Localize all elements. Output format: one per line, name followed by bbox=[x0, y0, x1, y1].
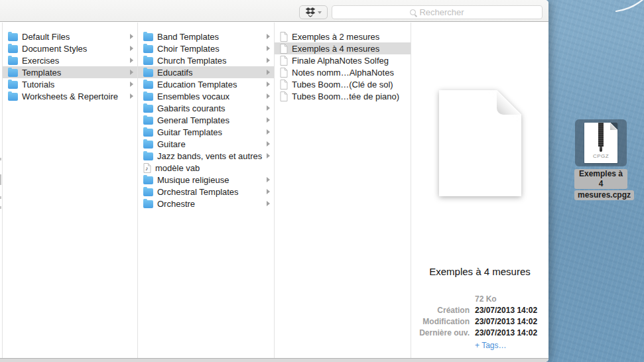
document-icon bbox=[280, 32, 288, 42]
list-item[interactable]: Education Templates bbox=[138, 78, 274, 90]
window-bottom-edge bbox=[0, 358, 548, 362]
chevron-right-icon bbox=[267, 129, 270, 135]
chevron-right-icon bbox=[130, 46, 133, 51]
item-label: Educatifs bbox=[157, 68, 263, 78]
document-icon bbox=[280, 44, 288, 54]
folder-icon bbox=[143, 141, 153, 149]
item-label: Choir Templates bbox=[157, 44, 263, 54]
folder-icon bbox=[143, 176, 153, 184]
list-item[interactable]: Guitar Templates bbox=[138, 126, 274, 138]
chevron-right-icon bbox=[267, 70, 270, 75]
item-label: Guitare bbox=[157, 139, 263, 149]
desktop-icon-cpgz[interactable]: CPGZ Exemples à 4 mesures.cpgz bbox=[574, 119, 627, 200]
chevron-right-icon bbox=[267, 58, 270, 63]
chevron-right-icon bbox=[267, 201, 270, 206]
list-item[interactable]: Tubes Boom…tée de piano) bbox=[275, 90, 411, 102]
dropbox-button[interactable] bbox=[299, 5, 328, 19]
list-item[interactable]: Exercises bbox=[3, 54, 137, 66]
list-item[interactable]: Jazz bands, vents et autres bbox=[138, 150, 274, 162]
list-item-selected[interactable]: Templates bbox=[3, 66, 137, 78]
file-info: 72 Ko Création23/07/2013 14:02 Modificat… bbox=[411, 294, 548, 351]
column-3: Exemples à 2 mesures Exemples à 4 mesure… bbox=[275, 23, 411, 358]
info-label: Dernière ouv. bbox=[411, 328, 470, 339]
page-fold bbox=[497, 90, 521, 115]
document-icon bbox=[280, 56, 288, 66]
item-label: modèle vab bbox=[155, 163, 270, 173]
item-label: Guitar Templates bbox=[157, 127, 263, 137]
item-label: Ensembles vocaux bbox=[157, 91, 263, 101]
icon-label-line: Exemples à 4 bbox=[574, 169, 627, 189]
list-item[interactable]: Exemples à 2 mesures bbox=[275, 30, 411, 42]
list-item[interactable]: Church Templates bbox=[138, 54, 274, 66]
search-input[interactable]: Rechercher bbox=[332, 5, 543, 19]
chevron-right-icon bbox=[130, 82, 133, 87]
folder-icon bbox=[143, 45, 153, 53]
item-label: Finale AlphaNotes Solfeg bbox=[292, 56, 407, 66]
list-item[interactable]: Musique religieuse bbox=[138, 174, 274, 186]
icon-label-line: mesures.cpgz bbox=[574, 190, 634, 200]
chevron-right-icon bbox=[267, 34, 270, 39]
file-size: 72 Ko bbox=[475, 294, 497, 305]
file-type-badge: CPGZ bbox=[584, 153, 617, 159]
list-item[interactable]: Default Files bbox=[3, 30, 137, 42]
folder-icon bbox=[143, 69, 153, 77]
folder-icon bbox=[143, 81, 153, 89]
item-label: Band Templates bbox=[157, 32, 263, 42]
list-item[interactable]: Document Styles bbox=[3, 42, 137, 54]
list-item[interactable]: Guitare bbox=[138, 138, 274, 150]
folder-icon bbox=[143, 200, 153, 208]
list-item[interactable]: Finale AlphaNotes Solfeg bbox=[275, 54, 411, 66]
item-label: Templates bbox=[22, 68, 126, 78]
zip-doc-icon: CPGZ bbox=[584, 123, 617, 163]
folder-icon bbox=[8, 33, 18, 41]
icon-label: Exemples à 4 mesures.cpgz bbox=[574, 169, 627, 200]
document-icon bbox=[280, 68, 288, 78]
item-label: Worksheets & Repertoire bbox=[22, 91, 126, 101]
search-placeholder: Rechercher bbox=[419, 7, 464, 17]
list-item[interactable]: ♪ modèle vab bbox=[138, 162, 274, 174]
folder-icon bbox=[143, 152, 153, 160]
list-item-selected[interactable]: Exemples à 4 mesures bbox=[275, 42, 411, 54]
item-label: Orchestral Templates bbox=[157, 187, 263, 197]
search-icon bbox=[410, 9, 416, 15]
list-item[interactable]: Orchestre bbox=[138, 198, 274, 210]
list-item[interactable]: General Templates bbox=[138, 114, 274, 126]
chevron-down-icon bbox=[318, 11, 322, 14]
finder-window: Rechercher Default Files Document Styles… bbox=[0, 0, 548, 362]
item-label: Orchestre bbox=[157, 199, 263, 209]
list-item[interactable]: Band Templates bbox=[138, 30, 274, 42]
list-item[interactable]: Gabarits courants bbox=[138, 102, 274, 114]
info-value: 23/07/2013 14:02 bbox=[475, 316, 537, 328]
tags-link[interactable]: + Tags… bbox=[475, 340, 548, 351]
item-label: Tubes Boom…tée de piano) bbox=[292, 91, 407, 101]
item-label: Notes nomm…AlphaNotes bbox=[292, 68, 407, 78]
list-item[interactable]: Ensembles vocaux bbox=[138, 90, 274, 102]
chevron-right-icon bbox=[130, 34, 133, 39]
item-label: Exemples à 2 mesures bbox=[292, 32, 407, 42]
zipper-icon bbox=[598, 123, 604, 147]
item-label: Jazz bands, vents et autres bbox=[157, 151, 263, 161]
folder-icon bbox=[143, 93, 153, 101]
list-item[interactable]: Tutorials bbox=[3, 78, 137, 90]
info-label: Modification bbox=[411, 316, 470, 328]
chevron-right-icon bbox=[267, 93, 270, 99]
chevron-right-icon bbox=[130, 93, 133, 99]
chevron-right-icon bbox=[267, 177, 270, 182]
item-label: Tutorials bbox=[22, 80, 126, 90]
list-item-selected[interactable]: Educatifs bbox=[138, 66, 274, 78]
list-item[interactable]: Notes nomm…AlphaNotes bbox=[275, 66, 411, 78]
chevron-right-icon bbox=[267, 46, 270, 51]
list-item[interactable]: Worksheets & Repertoire bbox=[3, 90, 137, 102]
list-item[interactable]: Tubes Boom…(Clé de sol) bbox=[275, 78, 411, 90]
list-item[interactable]: Choir Templates bbox=[138, 42, 274, 54]
item-label: Document Styles bbox=[22, 44, 126, 54]
column-view: Default Files Document Styles Exercises … bbox=[0, 23, 548, 358]
chevron-right-icon bbox=[130, 70, 133, 75]
info-label: Création bbox=[411, 305, 470, 316]
chevron-right-icon bbox=[130, 58, 133, 63]
item-label: General Templates bbox=[157, 115, 263, 125]
folder-icon bbox=[143, 129, 153, 137]
folder-icon bbox=[143, 105, 153, 113]
item-label: Default Files bbox=[22, 32, 126, 42]
list-item[interactable]: Orchestral Templates bbox=[138, 186, 274, 198]
